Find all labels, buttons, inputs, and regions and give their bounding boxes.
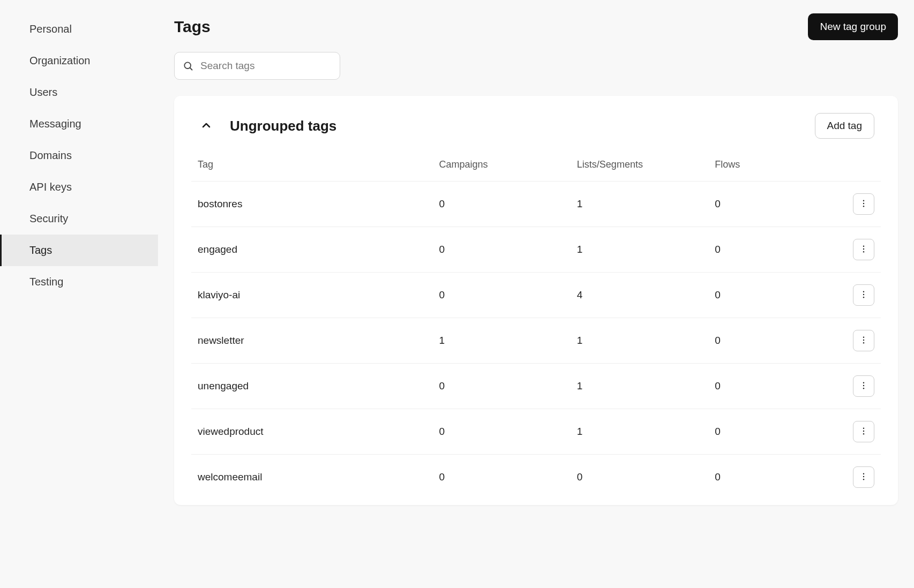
tags-table: Tag Campaigns Lists/Segments Flows bosto… bbox=[191, 159, 881, 500]
cell-actions bbox=[812, 227, 881, 273]
sidebar-item-label: Messaging bbox=[29, 118, 81, 130]
svg-point-9 bbox=[863, 293, 864, 295]
column-header-flows: Flows bbox=[708, 159, 812, 182]
page-title: Tags bbox=[174, 18, 211, 36]
cell-campaigns: 0 bbox=[432, 182, 570, 227]
more-vertical-icon bbox=[859, 244, 868, 255]
svg-point-16 bbox=[863, 388, 864, 389]
row-more-button[interactable] bbox=[853, 466, 874, 488]
main-content: Tags New tag group Ungrouped tags A bbox=[158, 0, 914, 588]
row-more-button[interactable] bbox=[853, 330, 874, 351]
sidebar-item-messaging[interactable]: Messaging bbox=[0, 108, 158, 140]
sidebar-item-label: Organization bbox=[29, 55, 90, 66]
cell-tag: newsletter bbox=[191, 318, 432, 364]
cell-lists-segments: 4 bbox=[571, 273, 708, 318]
sidebar-item-testing[interactable]: Testing bbox=[0, 266, 158, 298]
more-vertical-icon bbox=[859, 426, 868, 438]
sidebar-item-organization[interactable]: Organization bbox=[0, 45, 158, 77]
table-row: bostonres010 bbox=[191, 182, 881, 227]
tag-group-card: Ungrouped tags Add tag Tag Campaigns Lis… bbox=[174, 96, 898, 505]
svg-point-8 bbox=[863, 291, 864, 292]
sidebar-item-security[interactable]: Security bbox=[0, 203, 158, 235]
table-row: klaviyo-ai040 bbox=[191, 273, 881, 318]
cell-campaigns: 0 bbox=[432, 273, 570, 318]
sidebar-item-label: Tags bbox=[29, 244, 52, 256]
row-more-button[interactable] bbox=[853, 375, 874, 397]
svg-point-15 bbox=[863, 385, 864, 386]
chevron-up-icon bbox=[200, 119, 213, 133]
cell-actions bbox=[812, 182, 881, 227]
sidebar-item-domains[interactable]: Domains bbox=[0, 140, 158, 171]
sidebar: Personal Organization Users Messaging Do… bbox=[0, 0, 158, 588]
more-vertical-icon bbox=[859, 199, 868, 210]
cell-campaigns: 1 bbox=[432, 318, 570, 364]
cell-tag: bostonres bbox=[191, 182, 432, 227]
cell-campaigns: 0 bbox=[432, 227, 570, 273]
cell-campaigns: 0 bbox=[432, 455, 570, 500]
cell-lists-segments: 1 bbox=[571, 227, 708, 273]
cell-actions bbox=[812, 364, 881, 409]
svg-point-2 bbox=[863, 200, 864, 201]
cell-flows: 0 bbox=[708, 227, 812, 273]
column-header-campaigns: Campaigns bbox=[432, 159, 570, 182]
sidebar-item-label: Personal bbox=[29, 23, 72, 35]
cell-flows: 0 bbox=[708, 455, 812, 500]
sidebar-item-personal[interactable]: Personal bbox=[0, 13, 158, 45]
cell-lists-segments: 1 bbox=[571, 409, 708, 455]
new-tag-group-button[interactable]: New tag group bbox=[808, 13, 898, 40]
table-row: viewedproduct010 bbox=[191, 409, 881, 455]
svg-point-21 bbox=[863, 476, 864, 477]
add-tag-button[interactable]: Add tag bbox=[815, 113, 875, 139]
cell-tag: unengaged bbox=[191, 364, 432, 409]
search-icon bbox=[183, 61, 193, 71]
cell-flows: 0 bbox=[708, 318, 812, 364]
svg-point-14 bbox=[863, 382, 864, 383]
cell-actions bbox=[812, 273, 881, 318]
row-more-button[interactable] bbox=[853, 239, 874, 260]
cell-lists-segments: 1 bbox=[571, 318, 708, 364]
page-header: Tags New tag group bbox=[174, 13, 898, 40]
row-more-button[interactable] bbox=[853, 421, 874, 442]
collapse-toggle-button[interactable] bbox=[198, 117, 215, 135]
more-vertical-icon bbox=[859, 290, 868, 301]
more-vertical-icon bbox=[859, 335, 868, 346]
cell-lists-segments: 0 bbox=[571, 455, 708, 500]
cell-tag: viewedproduct bbox=[191, 409, 432, 455]
cell-campaigns: 0 bbox=[432, 409, 570, 455]
svg-point-3 bbox=[863, 202, 864, 203]
cell-tag: klaviyo-ai bbox=[191, 273, 432, 318]
svg-point-22 bbox=[863, 479, 864, 480]
cell-actions bbox=[812, 318, 881, 364]
svg-point-4 bbox=[863, 206, 864, 207]
cell-lists-segments: 1 bbox=[571, 364, 708, 409]
column-header-tag: Tag bbox=[191, 159, 432, 182]
svg-point-11 bbox=[863, 336, 864, 337]
svg-point-17 bbox=[863, 427, 864, 428]
cell-actions bbox=[812, 409, 881, 455]
more-vertical-icon bbox=[859, 381, 868, 392]
group-header: Ungrouped tags Add tag bbox=[191, 113, 881, 139]
svg-line-1 bbox=[190, 68, 192, 70]
group-title: Ungrouped tags bbox=[230, 118, 336, 134]
cell-tag: engaged bbox=[191, 227, 432, 273]
sidebar-item-label: Users bbox=[29, 86, 57, 98]
table-row: newsletter110 bbox=[191, 318, 881, 364]
cell-actions bbox=[812, 455, 881, 500]
svg-point-18 bbox=[863, 430, 864, 431]
table-row: engaged010 bbox=[191, 227, 881, 273]
cell-tag: welcomeemail bbox=[191, 455, 432, 500]
svg-point-5 bbox=[863, 245, 864, 246]
svg-point-19 bbox=[863, 433, 864, 434]
cell-flows: 0 bbox=[708, 364, 812, 409]
sidebar-item-label: Testing bbox=[29, 276, 63, 288]
search-input[interactable] bbox=[174, 52, 340, 80]
row-more-button[interactable] bbox=[853, 193, 874, 215]
cell-flows: 0 bbox=[708, 182, 812, 227]
svg-point-7 bbox=[863, 251, 864, 252]
svg-point-12 bbox=[863, 339, 864, 340]
sidebar-item-api-keys[interactable]: API keys bbox=[0, 171, 158, 203]
sidebar-item-tags[interactable]: Tags bbox=[0, 235, 158, 266]
sidebar-item-users[interactable]: Users bbox=[0, 77, 158, 108]
row-more-button[interactable] bbox=[853, 284, 874, 306]
table-row: welcomeemail000 bbox=[191, 455, 881, 500]
